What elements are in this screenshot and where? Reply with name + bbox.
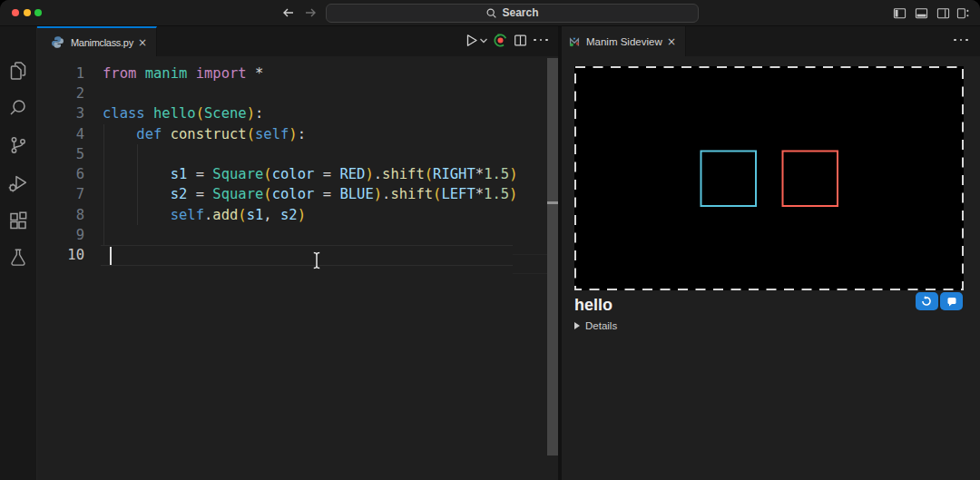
line-number: 9 [36,225,84,245]
tab-close-icon[interactable]: × [667,35,676,48]
code-line[interactable]: self.add(s1, s2) [103,205,306,225]
code-line[interactable]: from manim import * [103,64,263,83]
line-number: 2 [36,83,84,103]
vscode-window: Search [0,0,980,480]
search-view-icon[interactable] [7,97,29,119]
open-video-player-button[interactable] [940,292,963,311]
toggle-primary-sidebar-icon[interactable] [893,6,906,20]
tab-label: Manim Sideview [586,36,662,47]
forward-arrow-icon[interactable] [303,5,318,20]
python-icon [51,35,64,49]
code-line[interactable]: class hello(Scene): [103,103,263,123]
editor-scrollbar[interactable] [547,58,558,456]
split-editor-icon[interactable] [514,34,527,47]
line-number: 3 [36,103,84,123]
source-control-icon[interactable] [7,134,29,156]
line-number: 4 [36,124,84,144]
code-line[interactable]: s1 = Square(color = RED).shift(RIGHT*1.5… [103,164,517,184]
editor-more-actions-icon[interactable] [534,39,548,42]
line-number: 6 [36,164,84,184]
explorer-icon[interactable] [7,60,29,82]
indent-guide [103,124,104,245]
mouse-ibeam-cursor [310,250,323,270]
manim-run-scene-icon[interactable] [493,33,508,48]
current-line-highlight-right [513,254,547,274]
search-placeholder: Search [502,6,538,19]
details-triangle-icon [574,322,580,329]
manim-sideview-icon [568,35,581,48]
toggle-secondary-sidebar-icon[interactable] [936,6,950,20]
tab-label: Manimclass.py [71,37,133,48]
search-icon [485,7,497,19]
line-number: 10 [36,245,84,265]
line-number: 1 [36,64,84,83]
text-caret [110,247,112,265]
testing-icon[interactable] [7,247,29,269]
minimize-window-button[interactable] [24,9,31,16]
line-number: 5 [36,144,84,164]
line-number: 7 [36,184,84,204]
video-player-icon [946,295,958,308]
customize-layout-icon[interactable] [956,6,970,20]
indent-guide [137,144,138,225]
scene-name-label: hello [574,296,612,315]
title-bar: Search [0,0,980,26]
sideview-more-actions-icon[interactable] [954,39,968,42]
scrollbar-cursor-decoration [547,201,558,204]
details-expander[interactable]: Details [574,320,617,331]
tab-manimclass[interactable]: Manimclass.py × [37,26,157,56]
zoom-window-button[interactable] [34,9,42,16]
rerun-scene-button[interactable] [916,292,938,311]
run-and-debug-icon[interactable] [7,172,29,194]
manim-preview-canvas[interactable] [574,66,964,290]
extensions-icon[interactable] [7,210,29,231]
activity-bar [0,26,37,480]
current-line-highlight [101,245,513,266]
tab-manim-sideview[interactable]: Manim Sideview × [562,26,686,56]
run-python-file-icon[interactable] [464,33,479,48]
tab-close-icon[interactable]: × [138,36,147,49]
search-input[interactable]: Search [326,4,699,23]
run-dropdown-chevron-icon[interactable] [479,36,488,45]
toggle-panel-icon[interactable] [915,6,928,20]
code-line[interactable]: s2 = Square(color = BLUE).shift(LEFT*1.5… [103,184,517,204]
code-line[interactable]: def construct(self): [103,124,306,144]
rerun-icon [920,295,933,308]
close-window-button[interactable] [12,9,19,16]
back-arrow-icon[interactable] [281,5,296,20]
line-number: 8 [36,205,84,225]
details-label: Details [585,320,617,331]
